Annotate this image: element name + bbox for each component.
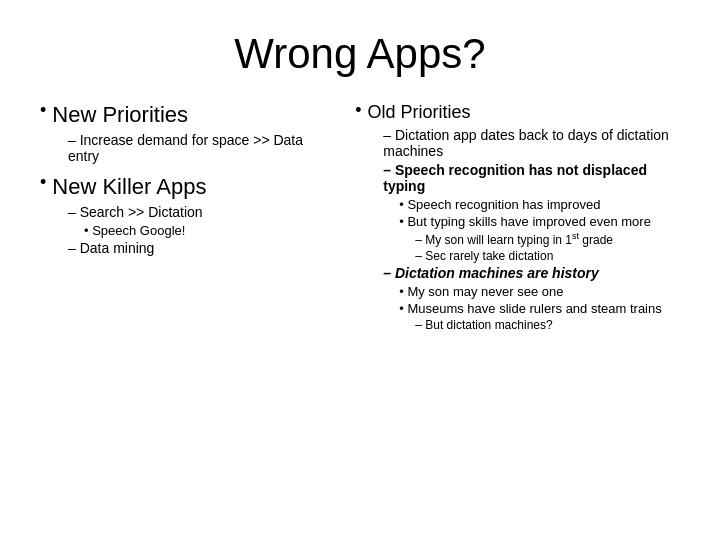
left-sub-1-1: Increase demand for space >> Data entry: [40, 132, 335, 164]
left-sub-2-1: Search >> Dictation: [40, 204, 335, 220]
left-sub-2-1-1: Speech Google!: [40, 223, 335, 238]
left-sub-2-2: Data mining: [40, 240, 335, 256]
right-sub-2-2: But typing skills have improved even mor…: [355, 214, 680, 229]
right-sub-1: Dictation app dates back to days of dict…: [355, 127, 680, 159]
slide: Wrong Apps? • New Priorities Increase de…: [0, 0, 720, 540]
left-item-1-label: New Priorities: [52, 102, 188, 128]
left-item-1: • New Priorities: [40, 102, 335, 128]
superscript-st: st: [572, 231, 579, 241]
content-area: • New Priorities Increase demand for spa…: [40, 102, 680, 520]
bullet-dot-2: •: [40, 172, 46, 193]
right-heading-label: Old Priorities: [368, 102, 471, 123]
right-sub-2-1: Speech recognition has improved: [355, 197, 680, 212]
right-sub-3-2-1: But dictation machines?: [355, 318, 680, 332]
right-sub-2-2-1: My son will learn typing in 1st grade: [355, 231, 680, 247]
right-sub-2: Speech recognition has not displaced typ…: [355, 162, 680, 194]
right-sub-3: Dictation machines are history: [355, 265, 680, 281]
slide-title: Wrong Apps?: [40, 30, 680, 78]
right-sub-2-2-2: Sec rarely take dictation: [355, 249, 680, 263]
bullet-dot-1: •: [40, 100, 46, 121]
bullet-dot-right: •: [355, 100, 361, 121]
left-column: • New Priorities Increase demand for spa…: [40, 102, 335, 520]
left-item-2: • New Killer Apps: [40, 174, 335, 200]
right-heading: • Old Priorities: [355, 102, 680, 123]
left-item-2-label: New Killer Apps: [52, 174, 206, 200]
right-sub-3-1: My son may never see one: [355, 284, 680, 299]
right-sub-3-2: Museums have slide rulers and steam trai…: [355, 301, 680, 316]
right-column: • Old Priorities Dictation app dates bac…: [355, 102, 680, 520]
